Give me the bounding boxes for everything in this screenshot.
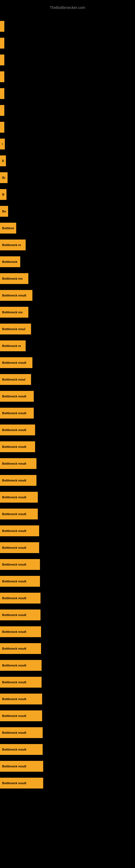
bar-label: Bottlene bbox=[2, 226, 14, 230]
result-bar: Bottleneck result bbox=[0, 660, 42, 671]
bar-row: Bottleneck result bbox=[0, 775, 135, 792]
result-bar: Bottleneck res bbox=[0, 273, 28, 284]
bar-label: Bottleneck result bbox=[2, 445, 26, 448]
bar-row: Bottleneck result bbox=[0, 354, 135, 371]
bar-label: Bottleneck result bbox=[2, 630, 26, 633]
bar-label: Bottleneck bbox=[2, 260, 17, 264]
bar-label: Bottleneck result bbox=[2, 395, 26, 398]
bar-row: Bottleneck result bbox=[0, 691, 135, 707]
bar-row: Bottleneck result bbox=[0, 590, 135, 607]
result-bar: B bbox=[0, 71, 4, 82]
bar-label: Bottleneck re bbox=[2, 344, 21, 347]
bar-row: B bbox=[0, 119, 135, 135]
bar-row: Bottleneck result bbox=[0, 455, 135, 472]
bar-row: Bottleneck resul bbox=[0, 371, 135, 388]
result-bar: Bottlene bbox=[0, 223, 16, 234]
bar-row bbox=[0, 35, 135, 52]
site-title: TheBottlenecker.com bbox=[0, 3, 135, 15]
bar-row: Bottlene bbox=[0, 220, 135, 237]
result-bar bbox=[0, 105, 4, 116]
result-bar: B bbox=[0, 122, 4, 133]
bar-row: Bottleneck result bbox=[0, 539, 135, 556]
bar-row bbox=[0, 18, 135, 35]
result-bar: Bottleneck result bbox=[0, 677, 42, 688]
bar-row: Bottleneck bbox=[0, 253, 135, 270]
result-bar: Bottleneck result bbox=[0, 458, 37, 469]
page-container: TheBottlenecker.com BBBBoBotBoBotBottlen… bbox=[0, 0, 135, 868]
bar-row: Bottleneck result bbox=[0, 674, 135, 691]
bar-label: Bottleneck result bbox=[2, 479, 26, 482]
bar-row: B bbox=[0, 68, 135, 85]
bar-row: Bottleneck result bbox=[0, 657, 135, 674]
bar-row: Bottleneck res bbox=[0, 304, 135, 321]
result-bar: B bbox=[0, 138, 5, 150]
bar-row: Bottleneck result bbox=[0, 388, 135, 405]
bar-label: Bo bbox=[2, 159, 4, 162]
bar-label: Bottleneck result bbox=[2, 513, 26, 516]
bar-row bbox=[0, 52, 135, 68]
result-bar: Bottleneck result bbox=[0, 576, 40, 587]
result-bar: Bottleneck result bbox=[0, 626, 41, 637]
bar-row: Bottleneck result bbox=[0, 287, 135, 304]
result-bar: Bottleneck bbox=[0, 256, 20, 267]
bar-row: Bottleneck result bbox=[0, 607, 135, 623]
bar-label: Bottleneck result bbox=[2, 529, 26, 532]
bar-label: Bottleneck result bbox=[2, 546, 26, 549]
bar-label: Bottleneck result bbox=[2, 361, 26, 364]
result-bar: Bottleneck result bbox=[0, 441, 35, 452]
bar-row: Bot bbox=[0, 203, 135, 220]
bar-row: Bottleneck result bbox=[0, 472, 135, 489]
result-bar: Bottleneck result bbox=[0, 542, 39, 553]
bar-label: Bottleneck res bbox=[2, 277, 23, 280]
bar-label: Bottleneck result bbox=[2, 765, 26, 768]
result-bar: Bottleneck result bbox=[0, 727, 43, 738]
bar-row: Bottleneck result bbox=[0, 489, 135, 506]
result-bar: Bottleneck result bbox=[0, 559, 40, 570]
bar-label: Bottleneck res bbox=[2, 311, 23, 314]
result-bar: Bottleneck result bbox=[0, 710, 42, 721]
result-bar: Bottleneck result bbox=[0, 391, 34, 402]
bar-label: Bottleneck result bbox=[2, 731, 26, 734]
result-bar: Bottleneck result bbox=[0, 643, 41, 654]
bar-label: Bottleneck resul bbox=[2, 378, 26, 381]
result-bar: Bo bbox=[0, 189, 6, 200]
bar-row: Bottleneck result bbox=[0, 741, 135, 758]
result-bar: Bottleneck result bbox=[0, 593, 41, 603]
result-bar bbox=[0, 55, 4, 65]
bar-label: Bottleneck result bbox=[2, 563, 26, 566]
bar-label: Bo bbox=[2, 193, 4, 196]
result-bar: Bottleneck result bbox=[0, 425, 35, 435]
bar-label: Bottleneck result bbox=[2, 496, 26, 499]
result-bar: Bottleneck result bbox=[0, 778, 43, 788]
bar-label: Bottleneck result bbox=[2, 748, 26, 751]
bar-row: Bottleneck result bbox=[0, 556, 135, 573]
result-bar bbox=[0, 21, 4, 32]
bar-row: Bottleneck res bbox=[0, 270, 135, 287]
result-bar: Bottleneck result bbox=[0, 357, 32, 368]
bar-row: Bottleneck result bbox=[0, 758, 135, 775]
bar-row: Bottleneck result bbox=[0, 707, 135, 724]
bar-label: Bottleneck result bbox=[2, 664, 26, 667]
bar-row: Bottleneck result bbox=[0, 522, 135, 539]
bar-label: Bottleneck result bbox=[2, 714, 26, 717]
result-bar: Bottleneck result bbox=[0, 610, 41, 620]
bar-row: Bottleneck result bbox=[0, 506, 135, 522]
result-bar: Bottleneck result bbox=[0, 408, 34, 418]
result-bar: Bo bbox=[0, 155, 6, 166]
result-bar: Bottleneck re bbox=[0, 240, 26, 250]
bar-row: Bottleneck result bbox=[0, 573, 135, 590]
bar-row: Bot bbox=[0, 169, 135, 186]
bar-row: Bottleneck result bbox=[0, 422, 135, 438]
bar-label: Bottleneck result bbox=[2, 698, 26, 701]
bar-label: Bottleneck result bbox=[2, 294, 26, 297]
bar-label: Bottleneck result bbox=[2, 781, 26, 785]
bar-label: Bottleneck result bbox=[2, 580, 26, 583]
bars-container: BBBBoBotBoBotBottleneBottleneck reBottle… bbox=[0, 15, 135, 794]
bar-row: B bbox=[0, 135, 135, 152]
bar-row bbox=[0, 102, 135, 119]
bar-row: Bottleneck resul bbox=[0, 321, 135, 337]
bar-row: Bottleneck re bbox=[0, 237, 135, 253]
bar-row: Bottleneck re bbox=[0, 337, 135, 354]
bar-label: Bottleneck re bbox=[2, 243, 21, 247]
bar-label: Bottleneck resul bbox=[2, 328, 26, 331]
